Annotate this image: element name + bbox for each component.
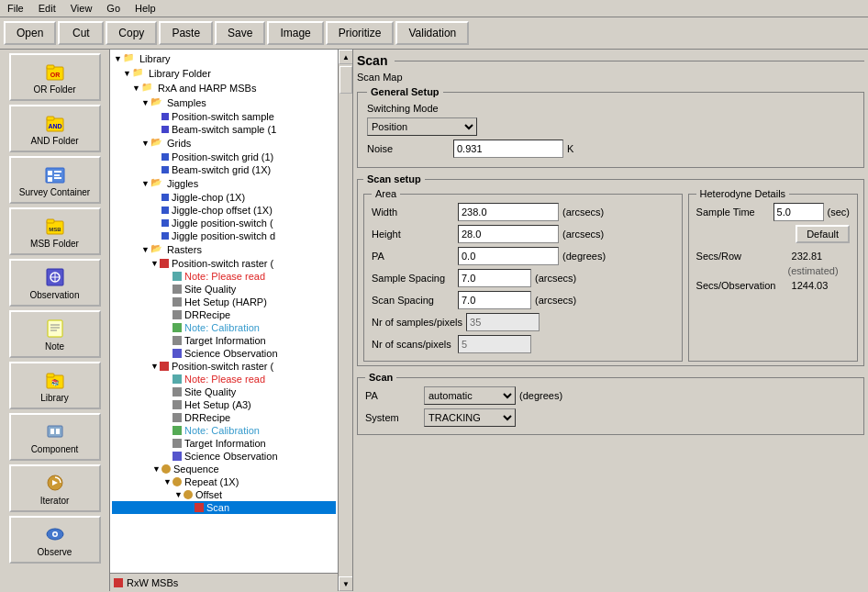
tree-item-samples[interactable]: ▼ 📂 Samples [112, 95, 336, 110]
setup-icon [172, 400, 182, 409]
paste-button[interactable]: Paste [159, 21, 213, 45]
tree-item-raster1[interactable]: ▼ Position-switch raster ( [112, 257, 336, 270]
tree-footer: RxW MSBs [110, 573, 338, 591]
tree-item-pos-grid[interactable]: Position-switch grid (1) [112, 151, 336, 163]
tree-item-het-setup-harp[interactable]: Het Setup (HARP) [112, 296, 336, 308]
svg-text:OR: OR [50, 72, 60, 78]
iterator-icon [44, 472, 66, 494]
nr-scans-input [458, 335, 531, 353]
menu-help[interactable]: Help [131, 2, 160, 15]
tree-label: Note: Calibration [184, 322, 260, 333]
tree-scrollbar[interactable]: ▲ ▼ [338, 50, 352, 591]
scroll-up[interactable]: ▲ [339, 50, 353, 64]
tree-item-note-read1[interactable]: Note: Please read [112, 270, 336, 283]
scan-pa-select[interactable]: automatic [424, 386, 516, 405]
tree-item-scan[interactable]: Scan [112, 501, 336, 514]
sidebar-item-note[interactable]: Note [9, 310, 101, 358]
tree-item-note-cal1[interactable]: Note: Calibration [112, 321, 336, 334]
menu-file[interactable]: File [4, 2, 28, 15]
tree-item-note-read2[interactable]: Note: Please read [112, 373, 336, 385]
tree-item-offset[interactable]: ▼ Offset [112, 488, 336, 501]
tree-item-pos-switch-sample[interactable]: Position-switch sample [112, 110, 336, 123]
jiggle-icon [161, 219, 169, 227]
image-button[interactable]: Image [267, 21, 323, 45]
tree-item-sequence[interactable]: ▼ Sequence [112, 463, 336, 475]
open-button[interactable]: Open [4, 21, 56, 45]
sidebar-item-iterator[interactable]: Iterator [9, 464, 101, 512]
scroll-thumb[interactable] [339, 66, 352, 94]
tree-label: DRRecipe [184, 309, 230, 320]
tree-item-target-info1[interactable]: Target Information [112, 334, 336, 347]
cut-button[interactable]: Cut [58, 21, 104, 45]
scan-spacing-input[interactable] [458, 291, 531, 309]
sidebar-item-library[interactable]: 📚 Library [9, 362, 101, 409]
panel-title: Scan [357, 53, 387, 68]
tree-panel[interactable]: ▼ 📁 Library ▼ 📁 Library Folder ▼ 📁 RxA a… [110, 50, 353, 591]
tree-label: Jiggle-chop (1X) [172, 192, 245, 203]
switching-mode-select[interactable]: Position [367, 117, 477, 136]
sample-spacing-input[interactable] [458, 269, 531, 287]
tree-item-drrecipe1[interactable]: DRRecipe [112, 308, 336, 321]
sidebar-item-observe[interactable]: Observe [9, 516, 101, 564]
sidebar-item-msb-folder[interactable]: MSB MSB Folder [9, 207, 101, 255]
scan-setup-fieldset: Scan setup Area Width (arcsecs) Height (… [357, 173, 864, 366]
tree-item-note-cal2[interactable]: Note: Calibration [112, 424, 336, 437]
sidebar-item-observation[interactable]: Observation [9, 259, 101, 307]
tree-item-library[interactable]: ▼ 📁 Library [112, 51, 336, 66]
tree-label: Het Setup (HARP) [184, 296, 267, 307]
height-unit: (arcsecs) [562, 229, 604, 240]
recipe-icon [172, 310, 182, 319]
tree-item-site-quality2[interactable]: Site Quality [112, 385, 336, 398]
tree-item-jiggle1[interactable]: Jiggle-chop (1X) [112, 191, 336, 204]
tree-item-science-obs2[interactable]: Science Observation [112, 450, 336, 463]
sidebar-item-component[interactable]: Component [9, 413, 101, 461]
tree-item-science-obs1[interactable]: Science Observation [112, 347, 336, 360]
height-input[interactable] [458, 225, 559, 243]
tree-item-beam-grid[interactable]: Beam-switch grid (1X) [112, 163, 336, 176]
copy-button[interactable]: Copy [106, 21, 157, 45]
sidebar-item-survey-container[interactable]: Survey Container [9, 156, 101, 204]
validation-button[interactable]: Validation [395, 21, 469, 45]
sidebar-item-and-folder[interactable]: AND AND Folder [9, 105, 101, 152]
tree-item-beam-switch-sample[interactable]: Beam-switch sample (1 [112, 123, 336, 136]
tree-item-raster2[interactable]: ▼ Position-switch raster ( [112, 360, 336, 373]
menu-edit[interactable]: Edit [35, 2, 60, 15]
tree-item-drrecipe2[interactable]: DRRecipe [112, 411, 336, 424]
menu-view[interactable]: View [67, 2, 96, 15]
tree-item-rxa-harp[interactable]: ▼ 📁 RxA and HARP MSBs [112, 81, 336, 95]
sample-time-input[interactable] [773, 203, 824, 221]
main-layout: OR OR Folder AND AND Folder [0, 50, 868, 591]
svg-point-32 [53, 532, 56, 535]
svg-rect-28 [56, 429, 60, 434]
tree-item-target-info2[interactable]: Target Information [112, 437, 336, 450]
tree-item-rasters[interactable]: ▼ 📂 Rasters [112, 242, 336, 257]
heterodyne-legend: Heterodyne Details [696, 188, 790, 199]
tree-item-grids[interactable]: ▼ 📂 Grids [112, 136, 336, 151]
menu-go[interactable]: Go [103, 2, 124, 15]
tree-item-jiggle4[interactable]: Jiggle position-switch d [112, 229, 336, 242]
tree-item-jiggles[interactable]: ▼ 📂 Jiggles [112, 176, 336, 191]
nr-samples-row: Nr of samples/pixels [372, 313, 674, 331]
tree-item-jiggle2[interactable]: Jiggle-chop offset (1X) [112, 204, 336, 217]
prioritize-button[interactable]: Prioritize [326, 21, 395, 45]
sample-icon [161, 113, 169, 120]
scroll-down[interactable]: ▼ [339, 576, 353, 591]
tree-item-jiggle3[interactable]: Jiggle position-switch ( [112, 217, 336, 229]
default-button[interactable]: Default [796, 225, 850, 243]
nr-scans-label: Nr of scans/pixels [372, 339, 454, 350]
rxw-icon [114, 578, 123, 587]
pa-input[interactable] [458, 247, 559, 265]
tree-item-library-folder[interactable]: ▼ 📁 Library Folder [112, 66, 336, 81]
sidebar-item-or-folder[interactable]: OR OR Folder [9, 53, 101, 101]
noise-input[interactable] [453, 140, 563, 158]
save-button[interactable]: Save [215, 21, 265, 45]
scan-system-select[interactable]: TRACKING [424, 408, 516, 427]
default-btn-row: Default [696, 225, 850, 243]
tree-arrow: ▼ [114, 54, 123, 63]
tree-item-het-setup-a3[interactable]: Het Setup (A3) [112, 398, 336, 411]
sample-icon [161, 126, 169, 133]
width-input[interactable] [458, 203, 559, 221]
tree-item-repeat[interactable]: ▼ Repeat (1X) [112, 475, 336, 488]
noise-label: Noise [367, 143, 450, 154]
tree-item-site-quality1[interactable]: Site Quality [112, 283, 336, 296]
